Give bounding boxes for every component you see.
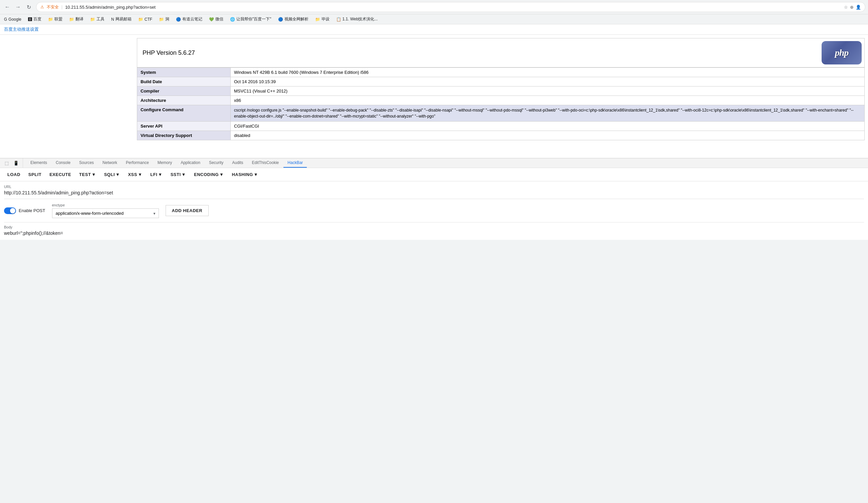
compiler-label: Compiler — [137, 86, 231, 96]
bookmark-fanyi[interactable]: 📁 翻译 — [68, 16, 85, 23]
address-icons: ☆ ⊕ 👤 — [844, 5, 861, 10]
body-input-value[interactable]: weburl=";phpinfo();//&token= — [4, 230, 864, 236]
bookmark-wechat[interactable]: 💚 微信 — [208, 16, 225, 23]
table-row: System Windows NT 429B 6.1 build 7600 (W… — [137, 68, 865, 77]
build-date-value: Oct 14 2016 10:15:39 — [231, 77, 865, 86]
video-icon: 🔵 — [278, 17, 283, 22]
tab-editthiscookie[interactable]: EditThisCookie — [248, 158, 283, 168]
extension-icon[interactable]: ⊕ — [850, 5, 854, 10]
table-row: Virtual Directory Support disabled — [137, 131, 865, 140]
tab-security[interactable]: Security — [205, 158, 227, 168]
tab-console[interactable]: Console — [52, 158, 74, 168]
sqli-button[interactable]: SQLI ▼ — [101, 171, 124, 178]
tab-hackbar[interactable]: HackBar — [283, 158, 307, 168]
page-icon: 📋 — [336, 17, 341, 22]
bookmark-youdao[interactable]: 🔵 有道云笔记 — [175, 16, 204, 23]
hackbar-toolbar: LOAD SPLIT EXECUTE TEST ▼ SQLI ▼ XSS ▼ L… — [4, 171, 864, 178]
enctype-select[interactable]: application/x-www-form-urlencoded multip… — [52, 208, 159, 218]
tab-memory[interactable]: Memory — [154, 158, 176, 168]
lfi-button[interactable]: LFI ▼ — [147, 171, 166, 178]
left-margin — [0, 35, 134, 144]
arch-label: Architecture — [137, 96, 231, 105]
test-dropdown-arrow: ▼ — [92, 172, 96, 177]
back-button[interactable]: ← — [3, 2, 12, 12]
lfi-dropdown-arrow: ▼ — [158, 172, 162, 177]
devtools-panel: ⬚ 📱 Elements Console Sources Network Per… — [0, 158, 868, 240]
ssti-button[interactable]: SSTI ▼ — [167, 171, 189, 178]
tab-application[interactable]: Application — [177, 158, 204, 168]
tab-network[interactable]: Network — [99, 158, 121, 168]
breadcrumb[interactable]: 百度主动推送设置 — [0, 24, 868, 35]
build-date-label: Build Date — [137, 77, 231, 86]
table-row: Build Date Oct 14 2016 10:15:39 — [137, 77, 865, 86]
bookmark-label: 洞 — [165, 17, 169, 22]
folder-icon: 📁 — [48, 17, 53, 22]
bookmarks-toolbar: G Google 🅱 百度 📁 联盟 📁 翻译 📁 工具 N 网易邮箱 📁 CT… — [0, 14, 868, 24]
arch-value: x86 — [231, 96, 865, 105]
bookmark-label: 联盟 — [54, 17, 62, 22]
bookmark-baidu2[interactable]: 🌐 让我帮你"百度一下" — [229, 16, 273, 23]
url-display[interactable]: 10.211.55.5/admin/admin_ping.php?action=… — [65, 5, 841, 10]
server-api-value: CGI/FastCGI — [231, 122, 865, 131]
tab-performance[interactable]: Performance — [122, 158, 153, 168]
globe-icon: 🌐 — [230, 17, 235, 22]
test-button[interactable]: TEST ▼ — [76, 171, 100, 178]
bookmark-label: 百度 — [33, 17, 41, 22]
post-section: Enable POST enctype application/x-www-fo… — [0, 199, 868, 222]
bookmark-video[interactable]: 🔵 视频全网解析 — [277, 16, 310, 23]
tab-audits[interactable]: Audits — [228, 158, 247, 168]
folder-icon: 📁 — [315, 17, 320, 22]
url-label: URL — [4, 185, 864, 189]
body-label: Body — [4, 225, 864, 229]
mail-icon: N — [111, 17, 114, 22]
add-header-button[interactable]: ADD HEADER — [166, 205, 209, 216]
bookmark-label: 1.1. Web技术演化... — [342, 17, 378, 22]
youdao-icon: 🔵 — [176, 17, 181, 22]
hashing-button[interactable]: HASHING ▼ — [228, 171, 261, 178]
baidu-icon: 🅱 — [28, 17, 32, 22]
folder-icon: 📁 — [69, 17, 74, 22]
devtools-icon-buttons: ⬚ 📱 — [3, 158, 23, 168]
split-button[interactable]: SPLIT — [25, 171, 45, 178]
vdir-value: disabled — [231, 131, 865, 140]
enctype-group: enctype application/x-www-form-urlencode… — [52, 203, 159, 218]
refresh-button[interactable]: ↻ — [24, 2, 33, 12]
enctype-label: enctype — [52, 203, 159, 207]
bookmark-lianmeng[interactable]: 📁 联盟 — [47, 16, 64, 23]
bookmark-gongju[interactable]: 📁 工具 — [89, 16, 106, 23]
inspector-icon[interactable]: ⬚ — [3, 158, 11, 168]
table-row: Server API CGI/FastCGI — [137, 122, 865, 131]
bookmark-ctf[interactable]: 📁 CTF — [137, 17, 154, 22]
bookmark-label: Google — [8, 17, 21, 22]
xss-button[interactable]: XSS ▼ — [125, 171, 146, 178]
device-icon[interactable]: 📱 — [12, 158, 20, 168]
encoding-button[interactable]: ENCODING ▼ — [190, 171, 227, 178]
breadcrumb-text: 百度主动推送设置 — [4, 27, 39, 32]
folder-icon: 📁 — [159, 17, 164, 22]
load-button[interactable]: LOAD — [4, 171, 24, 178]
security-label: 不安全 — [47, 4, 59, 10]
php-version: PHP Version 5.6.27 — [137, 43, 819, 63]
xss-dropdown-arrow: ▼ — [138, 172, 142, 177]
forward-button[interactable]: → — [13, 2, 23, 12]
profile-icon[interactable]: 👤 — [856, 5, 861, 10]
security-icon: ⚠ — [40, 5, 44, 9]
tab-elements[interactable]: Elements — [27, 158, 51, 168]
browser-chrome: ← → ↻ ⚠ 不安全 | 10.211.55.5/admin/admin_pi… — [0, 0, 868, 14]
execute-button[interactable]: EXECUTE — [46, 171, 74, 178]
bookmark-label: CTF — [145, 17, 152, 22]
url-input-value[interactable]: http://10.211.55.5/admin/admin_ping.php?… — [4, 190, 864, 195]
configure-label: Configure Command — [137, 105, 231, 122]
star-icon[interactable]: ☆ — [844, 5, 848, 10]
bookmark-bisher[interactable]: 📁 毕设 — [314, 16, 331, 23]
bookmark-google[interactable]: G Google — [3, 17, 23, 22]
address-bar[interactable]: ⚠ 不安全 | 10.211.55.5/admin/admin_ping.php… — [36, 2, 865, 12]
bookmark-web[interactable]: 📋 1.1. Web技术演化... — [335, 16, 379, 23]
php-info-table: System Windows NT 429B 6.1 build 7600 (W… — [137, 68, 865, 140]
tab-sources[interactable]: Sources — [75, 158, 98, 168]
bookmark-baidu[interactable]: 🅱 百度 — [27, 16, 43, 23]
bookmark-163mail[interactable]: N 网易邮箱 — [110, 16, 133, 23]
bookmark-dong[interactable]: 📁 洞 — [157, 16, 170, 23]
bookmark-label: 微信 — [215, 17, 223, 22]
enable-post-toggle[interactable] — [4, 207, 16, 214]
